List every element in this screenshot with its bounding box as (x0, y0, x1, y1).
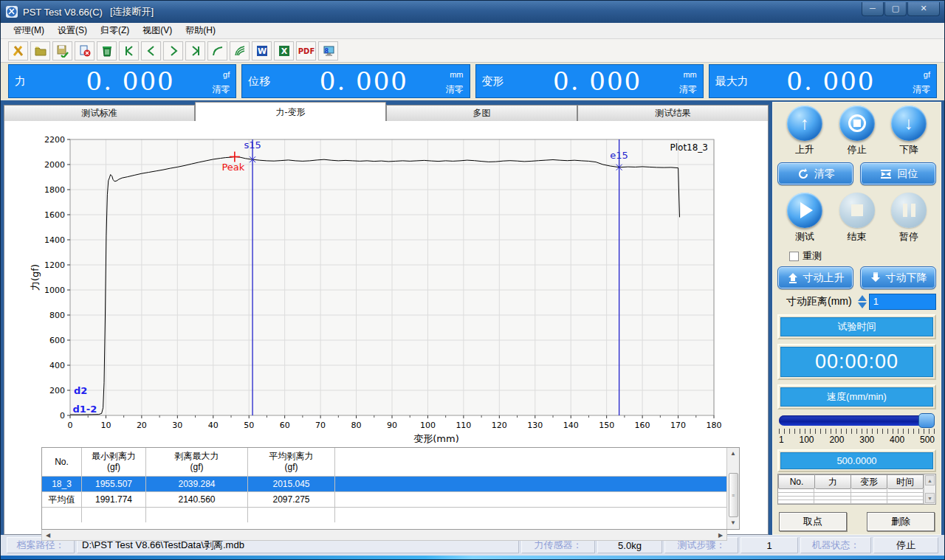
menu-zero[interactable]: 归零(Z) (94, 23, 136, 38)
table-row[interactable]: 18_3 1955.507 2039.284 2015.045 (42, 476, 726, 491)
svg-text:130: 130 (527, 421, 543, 430)
svg-text:Plot18_3: Plot18_3 (670, 142, 708, 153)
svg-text:Peak: Peak (221, 162, 244, 173)
results-vertical-scrollbar[interactable]: ▲ ≡ ▼ (726, 448, 739, 529)
test-end-button[interactable] (839, 193, 875, 228)
svg-text:变形(mm): 变形(mm) (413, 433, 458, 444)
tab-force-deformation[interactable]: 力-变形 (195, 102, 386, 121)
tab-test-standard[interactable]: 测试标准 (4, 105, 195, 121)
zero-button[interactable]: 清零 (777, 162, 853, 185)
scroll-right-icon[interactable]: ▶ (715, 532, 726, 539)
svg-text:1400: 1400 (44, 235, 65, 245)
point-col-no[interactable]: No. (778, 474, 815, 489)
spin-up-icon[interactable] (858, 295, 867, 301)
jog-up-button[interactable]: 寸动上升 (777, 266, 853, 289)
play-icon (800, 202, 813, 218)
scroll-up-icon[interactable]: ▲ (925, 475, 935, 485)
test-start-button[interactable] (787, 193, 822, 228)
window-title: PST Test V8.66(C) (23, 7, 103, 18)
move-up-button[interactable]: ↑ (787, 106, 822, 141)
results-horizontal-scrollbar[interactable]: ◀ ▶ (41, 530, 727, 541)
refresh-icon (797, 167, 810, 181)
export-pdf-button[interactable]: PDF (296, 41, 316, 61)
max-force-clear-button[interactable]: 清零 (913, 84, 930, 94)
scroll-down-icon[interactable]: ▼ (925, 493, 935, 503)
point-table: No. 力 变形 时间 ▲ ▼ (777, 474, 936, 505)
speed-slider[interactable] (779, 415, 935, 426)
menu-settings[interactable]: 设置(S) (51, 23, 94, 38)
screen-button[interactable]: 8 (318, 41, 338, 61)
svg-text:d2: d2 (74, 385, 87, 396)
tab-test-result[interactable]: 测试结果 (577, 105, 769, 121)
displacement-clear-button[interactable]: 清零 (446, 84, 464, 94)
svg-text:400: 400 (49, 361, 65, 370)
deformation-display: 变形 0. 000 mm 清零 (475, 64, 704, 98)
force-clear-button[interactable]: 清零 (212, 84, 230, 94)
deformation-label: 变形 (482, 75, 528, 89)
next-record-button[interactable] (163, 41, 183, 61)
slider-tick-labels: 1 100 200 300 400 500 (779, 435, 935, 445)
export-excel-button[interactable]: X (274, 41, 294, 61)
export-word-button[interactable]: W (252, 41, 272, 61)
point-table-scrollbar[interactable]: ▲ ▼ (924, 474, 935, 504)
svg-text:160: 160 (635, 421, 650, 430)
previous-record-button[interactable] (141, 41, 161, 61)
test-pause-label: 暂停 (886, 230, 932, 243)
retest-checkbox[interactable] (789, 252, 799, 261)
scroll-left-icon[interactable]: ◀ (42, 532, 54, 539)
force-value: 0. 000 (61, 66, 200, 96)
jog-distance-spinner[interactable] (858, 295, 867, 308)
single-curve-button[interactable] (207, 41, 227, 61)
deformation-clear-button[interactable]: 清零 (679, 84, 697, 94)
maximize-button[interactable]: ▢ (884, 2, 907, 16)
connection-status: [连接断开] (110, 5, 154, 18)
test-pause-button[interactable] (891, 193, 927, 228)
menu-help[interactable]: 帮助(H) (179, 23, 222, 38)
tab-multi-plot[interactable]: 多图 (386, 105, 577, 121)
open-folder-button[interactable] (30, 41, 50, 61)
menu-manage[interactable]: 管理(M) (7, 23, 51, 38)
pause-icon (903, 204, 915, 217)
slider-thumb[interactable] (918, 413, 935, 428)
end-icon (851, 204, 863, 216)
results-table-zone: No. 最小剥离力(gf) 剥离最大力(gf) 平均剥离力(gf) 18_3 1… (41, 447, 740, 541)
menu-view[interactable]: 视图(V) (136, 23, 179, 38)
delete-point-button[interactable]: 删除 (867, 512, 935, 531)
jog-distance-label: 寸动距离(mm) (786, 295, 852, 308)
control-panel: ↑ 上升 停止 ↓ 下降 清零 回位 (772, 102, 941, 535)
app-icon (5, 5, 18, 18)
multi-curve-button[interactable] (230, 41, 250, 61)
spin-down-icon[interactable] (858, 303, 867, 308)
scroll-thumb[interactable]: ≡ (729, 473, 738, 517)
table-row[interactable]: 平均值 1991.774 2140.560 2097.275 (42, 491, 726, 507)
point-col-force[interactable]: 力 (815, 474, 851, 489)
last-record-button[interactable] (185, 41, 205, 61)
motion-stop-button[interactable] (839, 106, 875, 141)
app-window: PST Test V8.66(C) [连接断开] ─ ▢ ✕ 管理(M) 设置(… (0, 0, 945, 560)
down-arrow-icon: ↓ (904, 114, 913, 132)
scroll-up-icon[interactable]: ▲ (728, 448, 739, 460)
first-record-button[interactable] (119, 41, 139, 61)
minimize-button[interactable]: ─ (862, 2, 884, 16)
jog-down-button[interactable]: 寸动下降 (860, 266, 936, 289)
take-point-button[interactable]: 取点 (779, 512, 847, 531)
delete-trash-button[interactable] (97, 41, 117, 61)
svg-text:2000: 2000 (44, 160, 65, 170)
svg-text:100: 100 (420, 421, 436, 430)
svg-text:1200: 1200 (44, 260, 65, 270)
scroll-down-icon[interactable]: ▼ (728, 517, 739, 529)
point-col-deformation[interactable]: 变形 (851, 474, 887, 489)
svg-text:90: 90 (387, 421, 397, 430)
svg-text:50: 50 (244, 421, 254, 430)
save-button[interactable] (52, 41, 72, 61)
move-down-button[interactable]: ↓ (891, 106, 927, 141)
tools-button[interactable] (8, 41, 28, 61)
close-document-button[interactable] (75, 41, 94, 61)
close-button[interactable]: ✕ (907, 2, 940, 16)
home-button[interactable]: 回位 (860, 162, 936, 185)
point-col-time[interactable]: 时间 (887, 474, 924, 489)
svg-text:W: W (257, 46, 266, 56)
tab-bar: 测试标准 力-变形 多图 测试结果 (4, 102, 769, 121)
max-force-value: 0. 000 (761, 66, 901, 96)
jog-distance-input[interactable]: 1 (869, 294, 936, 310)
